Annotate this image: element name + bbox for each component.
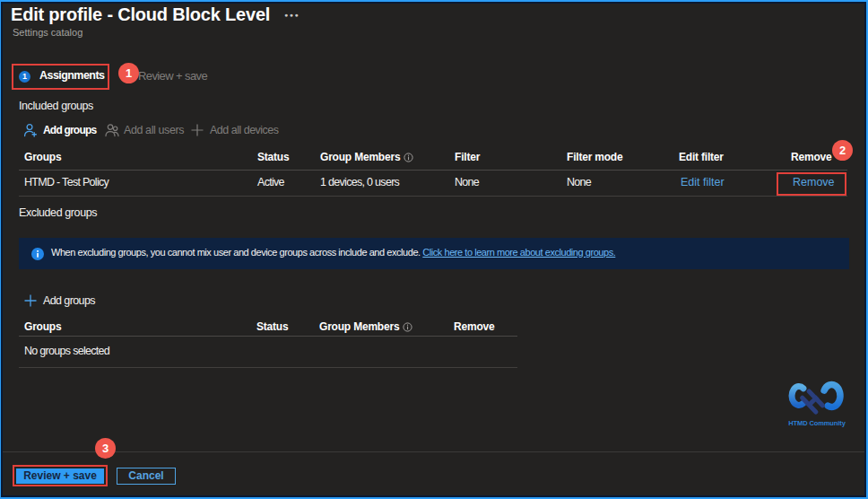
svg-text:HTMD Community: HTMD Community — [788, 419, 846, 427]
